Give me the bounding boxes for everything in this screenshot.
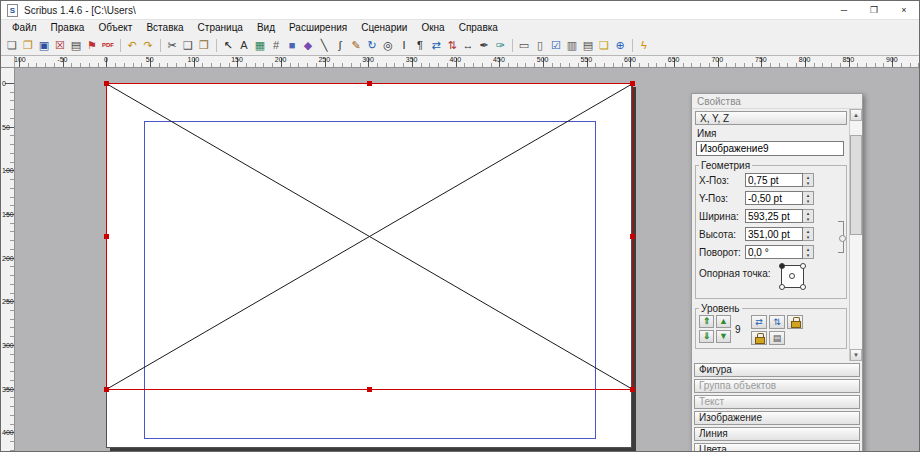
save-document-button[interactable]: ▣	[36, 36, 52, 54]
insert-text-frame-button[interactable]: A	[236, 36, 252, 54]
basepoint-dot[interactable]	[789, 273, 795, 279]
resize-handle[interactable]	[104, 387, 109, 392]
vertical-ruler[interactable]: 050100150200250300350400	[1, 68, 15, 451]
unlink-text-frames-button[interactable]: ⇅	[444, 36, 460, 54]
resize-handle[interactable]	[367, 387, 372, 392]
scroll-down-button[interactable]: ▼	[850, 349, 862, 361]
menu-insert[interactable]: Вставка	[139, 20, 190, 35]
document-page[interactable]	[106, 83, 632, 448]
palette-scrollbar[interactable]: ▲ ▼	[849, 109, 862, 361]
rotation-field[interactable]	[745, 245, 803, 259]
palette-title[interactable]: Свойства	[692, 94, 862, 109]
basepoint-dot[interactable]	[800, 263, 806, 269]
pdf-link-tool[interactable]: ⊕	[612, 36, 628, 54]
horizontal-ruler[interactable]: -100-50050100150200250300350400450500550…	[15, 56, 919, 68]
insert-freehand-button[interactable]: ✎	[348, 36, 364, 54]
insert-image-frame-button[interactable]: ▦	[252, 36, 268, 54]
menu-windows[interactable]: Окна	[414, 20, 451, 35]
lower-button[interactable]: ▼	[716, 330, 731, 343]
raise-to-top-button[interactable]: ⇑	[699, 315, 714, 328]
rotate-item-button[interactable]: ↻	[364, 36, 380, 54]
tab-xyz[interactable]: X, Y, Z	[695, 111, 847, 125]
print-enable-button[interactable]: ▤	[769, 331, 785, 345]
undo-button[interactable]: ↶	[124, 36, 140, 54]
minimize-button[interactable]: ─	[829, 1, 859, 19]
tab-image[interactable]: Изображение	[694, 411, 860, 425]
redo-button[interactable]: ↷	[140, 36, 156, 54]
tab-shape[interactable]: Фигура	[694, 363, 860, 377]
spin-down-button[interactable]: ▾	[803, 252, 813, 258]
raise-button[interactable]: ▲	[716, 315, 731, 328]
resize-handle[interactable]	[367, 81, 372, 86]
preflight-verifier-button[interactable]: ⚑	[84, 36, 100, 54]
height-field[interactable]	[745, 227, 803, 241]
basepoint-selector[interactable]	[781, 265, 804, 288]
pdf-checkbox-tool[interactable]: ☑	[548, 36, 564, 54]
close-document-button[interactable]: ☒	[52, 36, 68, 54]
close-button[interactable]: ×	[889, 1, 919, 19]
eye-dropper-button[interactable]: ✑	[492, 36, 508, 54]
link-text-frames-button[interactable]: ⇄	[428, 36, 444, 54]
edit-text-button[interactable]: ¶	[412, 36, 428, 54]
resize-handle[interactable]	[630, 81, 635, 86]
menu-help[interactable]: Справка	[452, 20, 505, 35]
tab-line[interactable]: Линия	[694, 427, 860, 441]
select-item-button[interactable]: ↖	[220, 36, 236, 54]
maximize-button[interactable]: ❐	[859, 1, 889, 19]
copy-properties-button[interactable]: ✒	[476, 36, 492, 54]
measurements-button[interactable]: ↔	[460, 36, 476, 54]
spin-down-button[interactable]: ▾	[803, 198, 813, 204]
scrollbar-track[interactable]	[850, 121, 862, 349]
paste-button[interactable]: ❒	[196, 36, 212, 54]
print-button[interactable]: ▤	[68, 36, 84, 54]
link-width-height-icon[interactable]	[838, 221, 844, 253]
tab-colors[interactable]: Цвета	[694, 443, 860, 452]
menu-scripts[interactable]: Сценарии	[354, 20, 414, 35]
lock-button[interactable]	[787, 315, 803, 329]
menu-page[interactable]: Страница	[191, 20, 250, 35]
spin-down-button[interactable]: ▾	[803, 216, 813, 222]
cut-button[interactable]: ✂	[164, 36, 180, 54]
pdf-combo-box-tool[interactable]: ▥	[564, 36, 580, 54]
scroll-up-button[interactable]: ▲	[850, 109, 862, 121]
new-document-button[interactable]: ❏	[4, 36, 20, 54]
width-field[interactable]	[745, 209, 803, 223]
basepoint-dot[interactable]	[779, 284, 785, 290]
menu-extras[interactable]: Расширения	[282, 20, 354, 35]
spin-down-button[interactable]: ▾	[803, 180, 813, 186]
resize-handle[interactable]	[104, 81, 109, 86]
menu-edit[interactable]: Правка	[44, 20, 92, 35]
flip-vertical-button[interactable]: ⇅	[769, 315, 785, 329]
flip-horizontal-button[interactable]: ⇄	[751, 315, 767, 329]
open-document-button[interactable]: ❐	[20, 36, 36, 54]
export-pdf-button[interactable]: PDF	[100, 36, 116, 54]
workspace[interactable]: -100-50050100150200250300350400450500550…	[1, 56, 919, 451]
pdf-push-button-tool[interactable]: ▭	[516, 36, 532, 54]
zoom-button[interactable]: ◎	[380, 36, 396, 54]
menu-file[interactable]: Файл	[5, 20, 44, 35]
scripter-actions-button[interactable]: ϟ	[636, 36, 652, 54]
lock-size-button[interactable]	[751, 331, 767, 345]
basepoint-dot[interactable]	[779, 263, 785, 269]
frame-name-input[interactable]	[696, 141, 844, 156]
insert-table-button[interactable]: #	[268, 36, 284, 54]
y-pos-field[interactable]	[745, 191, 803, 205]
insert-line-button[interactable]: ╲	[316, 36, 332, 54]
menu-view[interactable]: Вид	[250, 20, 282, 35]
pdf-list-box-tool[interactable]: ▤	[580, 36, 596, 54]
image-frame[interactable]	[106, 83, 633, 390]
pdf-text-field-tool[interactable]: ▯	[532, 36, 548, 54]
copy-button[interactable]: ❑	[180, 36, 196, 54]
scrollbar-thumb[interactable]	[850, 135, 862, 235]
resize-handle[interactable]	[630, 387, 635, 392]
edit-contents-button[interactable]: I	[396, 36, 412, 54]
insert-bezier-button[interactable]: ∫	[332, 36, 348, 54]
x-pos-field[interactable]	[745, 173, 803, 187]
pdf-annotation-tool[interactable]: ❏	[596, 36, 612, 54]
insert-polygon-button[interactable]: ◆	[300, 36, 316, 54]
resize-handle[interactable]	[104, 234, 109, 239]
insert-shape-button[interactable]: ■	[284, 36, 300, 54]
basepoint-dot[interactable]	[800, 284, 806, 290]
menu-object[interactable]: Объект	[91, 20, 139, 35]
resize-handle[interactable]	[630, 234, 635, 239]
